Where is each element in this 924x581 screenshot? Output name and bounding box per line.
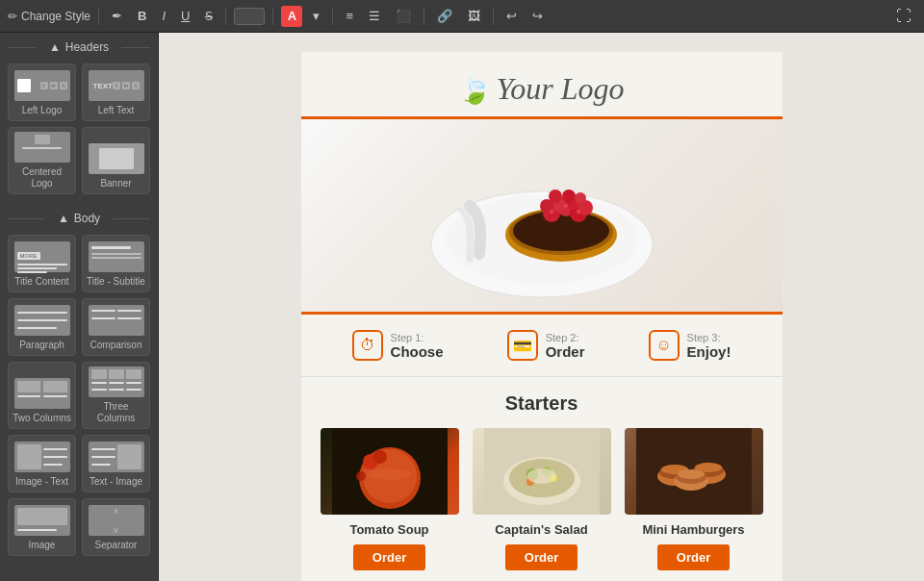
step-1-icon: ⏱ — [352, 330, 383, 361]
sidebar-item-paragraph[interactable]: Paragraph — [8, 298, 76, 356]
step-1-label: Choose — [391, 343, 444, 360]
svg-point-32 — [527, 468, 556, 484]
sidebar-item-label: Paragraph — [19, 340, 64, 351]
link-button[interactable]: 🔗 — [432, 7, 457, 25]
svg-point-4 — [513, 211, 609, 251]
divider-4 — [332, 8, 333, 25]
divider-1 — [98, 8, 99, 25]
pen-tool-button[interactable]: ✒ — [107, 7, 127, 25]
body-grid: MORE Title Content Title - Subtitle — [0, 231, 158, 566]
divider-2 — [225, 8, 226, 25]
divider-6 — [493, 8, 494, 25]
svg-point-23 — [369, 468, 411, 480]
step-3: ☺ Step 3: Enjoy! — [649, 330, 732, 361]
sidebar-item-label: Title - Subtitle — [87, 276, 145, 288]
sidebar-item-separator[interactable]: ∧ ∨ Separator — [82, 498, 150, 556]
step-2: 💳 Step 2: Order — [507, 330, 585, 361]
sidebar-item-left-logo[interactable]: fin𝕏 Left Logo — [8, 63, 76, 121]
svg-point-13 — [549, 189, 562, 203]
sidebar-item-left-text[interactable]: TEXT f in 𝕏 Left Text — [82, 63, 150, 121]
sidebar-item-label: Three Columns — [87, 401, 145, 424]
sidebar: ▲ Headers fin𝕏 Left Logo TEXT — [0, 33, 159, 581]
email-template: 🍃Your Logo — [301, 52, 783, 581]
sidebar-item-title-content[interactable]: MORE Title Content — [8, 235, 76, 292]
pencil-icon: ✏ — [8, 10, 17, 23]
salad-image — [473, 428, 611, 515]
starter-name-salad: Captain's Salad — [495, 522, 587, 537]
soup-image — [321, 428, 459, 515]
sidebar-item-image[interactable]: Image — [8, 498, 76, 556]
step-3-text: Step 3: Enjoy! — [687, 332, 732, 360]
divider-3 — [272, 8, 273, 25]
sidebar-item-label: Two Columns — [13, 413, 71, 424]
sidebar-item-label: Separator — [95, 540, 138, 551]
svg-point-12 — [562, 189, 576, 203]
steps-section: ⏱ Step 1: Choose 💳 Step 2: Order ☺ — [301, 315, 783, 377]
logo-text: Your Logo — [496, 71, 624, 106]
step-1-text: Step 1: Choose — [391, 332, 444, 360]
step-1-num: Step 1: — [391, 332, 444, 343]
sidebar-item-three-columns[interactable]: Three Columns — [82, 362, 150, 429]
headers-icon: ▲ — [49, 40, 61, 54]
bold-button[interactable]: B — [133, 7, 151, 25]
sidebar-item-label: Image — [29, 540, 56, 551]
font-size-input[interactable]: 13 — [234, 8, 265, 25]
ordered-list-button[interactable]: ☰ — [364, 7, 385, 25]
sidebar-item-label: Centered Logo — [13, 166, 71, 189]
svg-point-14 — [575, 192, 586, 204]
italic-button[interactable]: I — [157, 7, 170, 25]
headers-section-title: ▲ Headers — [0, 33, 158, 60]
body-section-title: ▲ Body — [0, 204, 158, 231]
change-style-button[interactable]: ✏ Change Style — [8, 10, 90, 23]
font-color-icon: A — [288, 9, 296, 23]
sidebar-item-centered-logo[interactable]: Centered Logo — [8, 127, 76, 194]
step-2-label: Order — [546, 343, 585, 360]
align-button[interactable]: ⬛ — [391, 7, 416, 25]
order-button-burgers[interactable]: Order — [657, 544, 730, 570]
svg-point-24 — [356, 471, 366, 481]
starters-title: Starters — [321, 392, 763, 415]
color-picker-button[interactable]: ▾ — [308, 7, 324, 25]
main-layout: ▲ Headers fin𝕏 Left Logo TEXT — [0, 33, 924, 581]
starter-name-soup: Tomato Soup — [349, 522, 428, 537]
image-button[interactable]: 🖼 — [463, 7, 485, 25]
svg-point-16 — [564, 204, 568, 208]
sidebar-item-label: Image - Text — [15, 476, 68, 488]
step-3-icon: ☺ — [649, 330, 680, 361]
order-button-salad[interactable]: Order — [505, 544, 578, 570]
logo-section: 🍃Your Logo — [301, 52, 783, 116]
sidebar-item-banner[interactable]: Banner — [82, 127, 150, 194]
change-style-label: Change Style — [21, 10, 90, 23]
strikethrough-button[interactable]: S̶ — [200, 7, 218, 25]
starter-item-soup: Tomato Soup Order — [321, 428, 459, 570]
step-2-text: Step 2: Order — [546, 332, 585, 360]
starter-name-burgers: Mini Hamburgers — [642, 522, 744, 537]
undo-button[interactable]: ↩ — [501, 7, 522, 25]
sidebar-item-label: Comparison — [90, 340, 142, 351]
toolbar: ✏ Change Style ✒ B I U S̶ 13 A ▾ ≡ ☰ ⬛ 🔗… — [0, 0, 924, 33]
sidebar-item-title-subtitle[interactable]: Title - Subtitle — [82, 235, 150, 292]
step-3-label: Enjoy! — [687, 343, 732, 360]
starters-grid: Tomato Soup Order — [321, 428, 763, 570]
body-label: Body — [74, 212, 100, 225]
unordered-list-button[interactable]: ≡ — [341, 7, 358, 25]
font-color-button[interactable]: A — [281, 6, 302, 27]
underline-button[interactable]: U — [176, 7, 194, 25]
step-3-num: Step 3: — [687, 332, 732, 343]
sidebar-item-label: Left Logo — [22, 105, 63, 116]
tart-svg — [417, 129, 667, 302]
order-button-soup[interactable]: Order — [353, 544, 425, 570]
body-icon: ▲ — [58, 212, 69, 225]
step-1: ⏱ Step 1: Choose — [352, 330, 444, 361]
burgers-image — [625, 428, 763, 515]
step-2-icon: 💳 — [507, 330, 538, 361]
redo-button[interactable]: ↪ — [527, 7, 548, 25]
expand-button[interactable]: ⛶ — [891, 6, 916, 27]
logo-leaf: 🍃 — [458, 75, 492, 105]
sidebar-item-image-text[interactable]: Image - Text — [8, 435, 76, 493]
sidebar-item-text-image[interactable]: Text - Image — [82, 435, 150, 493]
headers-label: Headers — [65, 40, 109, 54]
sidebar-item-comparison[interactable]: Comparison — [82, 298, 150, 356]
sidebar-item-two-columns[interactable]: Two Columns — [8, 362, 76, 429]
sidebar-item-label: Banner — [100, 178, 131, 189]
